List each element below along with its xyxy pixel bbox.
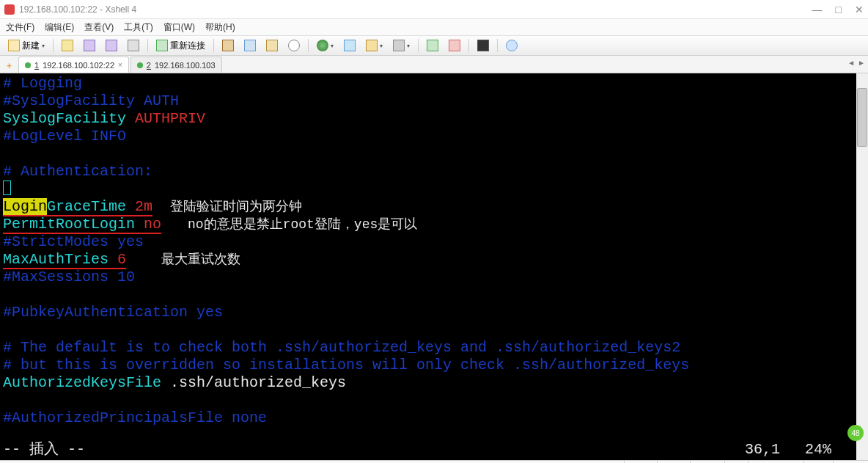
globe-icon xyxy=(317,40,328,51)
separator xyxy=(497,39,498,52)
print-button[interactable] xyxy=(124,37,143,54)
print-icon xyxy=(128,40,139,51)
chevron-down-icon: ▾ xyxy=(42,43,45,49)
grid-icon xyxy=(427,40,438,51)
menu-edit[interactable]: 编辑(E) xyxy=(45,21,74,34)
new-label: 新建 xyxy=(22,40,40,52)
font-icon xyxy=(393,40,405,51)
tab-label: 192.168.100.103 xyxy=(155,61,216,70)
term-line: LoginGraceTime 2m 登陆验证时间为两分钟 xyxy=(3,198,865,216)
copy-button[interactable] xyxy=(240,37,260,54)
titlebar: 192.168.100.102:22 - Xshell 4 — □ ✕ xyxy=(0,0,868,19)
maximize-button[interactable]: □ xyxy=(836,4,842,15)
reconnect-label: 重新连接 xyxy=(170,40,205,52)
scrollbar[interactable] xyxy=(856,73,868,460)
status-dot-icon xyxy=(137,62,143,68)
chevron-down-icon: ▾ xyxy=(331,43,334,49)
menu-help[interactable]: 帮助(H) xyxy=(205,21,235,34)
menu-view[interactable]: 查看(V) xyxy=(84,21,114,34)
term-line: #PubkeyAuthentication yes xyxy=(3,304,865,321)
font-button[interactable]: ▾ xyxy=(389,37,413,54)
term-line: AuthorizedKeysFile .ssh/authorized_keys xyxy=(3,374,865,392)
menu-file[interactable]: 文件(F) xyxy=(6,21,34,34)
term-line: #StrictModes yes xyxy=(3,233,865,251)
term-line: #LogLevel INFO xyxy=(3,128,865,145)
grid2-icon xyxy=(449,40,460,51)
tab-1[interactable]: 1 192.168.100.102:22 × xyxy=(18,56,129,73)
term-line: # Authentication: xyxy=(3,163,865,181)
scrollbar-thumb[interactable] xyxy=(857,88,867,147)
help-button[interactable] xyxy=(502,37,521,54)
separator xyxy=(468,39,469,52)
new-icon xyxy=(8,40,20,51)
tab-2[interactable]: 2 192.168.100.103 xyxy=(130,56,222,73)
term-line xyxy=(3,181,865,198)
tile-button[interactable] xyxy=(423,37,442,54)
reconnect-button[interactable]: 重新连接 xyxy=(152,37,209,54)
toolbar: 新建▾ 重新连接 ▾ ▾ ▾ xyxy=(0,35,868,56)
term-line: PermitRootLogin no no的意思是禁止root登陆，yes是可以 xyxy=(3,216,865,233)
key-button[interactable]: ▾ xyxy=(362,37,386,54)
menu-window[interactable]: 窗口(W) xyxy=(163,21,195,34)
open-button[interactable] xyxy=(58,37,77,54)
web-button[interactable]: ▾ xyxy=(313,37,337,54)
copy-icon xyxy=(244,40,256,51)
close-button[interactable]: ✕ xyxy=(855,4,864,15)
term-line xyxy=(3,286,865,304)
saveas-button[interactable] xyxy=(102,37,121,54)
terminal-button[interactable] xyxy=(474,37,493,54)
new-button[interactable]: 新建▾ xyxy=(4,37,48,54)
plus-icon: + xyxy=(7,61,12,71)
tab-close-button[interactable]: × xyxy=(118,61,122,69)
term-line: #SyslogFacility AUTH xyxy=(3,92,865,110)
scroll-right-button[interactable]: ► xyxy=(858,59,865,67)
separator xyxy=(53,39,54,52)
chevron-down-icon: ▾ xyxy=(380,43,383,49)
term-line: # The default is to check both .ssh/auth… xyxy=(3,339,865,357)
monitor-button[interactable] xyxy=(340,37,359,54)
find-button[interactable] xyxy=(284,37,304,54)
notification-badge[interactable]: 48 xyxy=(847,425,864,441)
minimize-button[interactable]: — xyxy=(812,4,823,15)
menu-tools[interactable]: 工具(T) xyxy=(124,21,152,34)
tab-label: 192.168.100.102:22 xyxy=(43,61,114,70)
chevron-down-icon: ▾ xyxy=(407,43,410,49)
save-button[interactable] xyxy=(80,37,99,54)
saveas-icon xyxy=(106,40,117,51)
help-icon xyxy=(506,40,518,51)
tab-scroll: ◄ ► xyxy=(847,59,865,67)
cut-button[interactable] xyxy=(218,37,238,54)
find-icon xyxy=(288,40,300,51)
paste-icon xyxy=(266,40,278,51)
add-tab-button[interactable]: + xyxy=(3,59,15,73)
term-line: #AuthorizedPrincipalsFile none xyxy=(3,409,865,427)
window-title: 192.168.100.102:22 - Xshell 4 xyxy=(19,4,812,15)
tile2-button[interactable] xyxy=(445,37,464,54)
cut-icon xyxy=(222,40,234,51)
separator xyxy=(418,39,419,52)
terminal[interactable]: # Logging #SyslogFacility AUTH SyslogFac… xyxy=(0,73,868,460)
monitor-icon xyxy=(344,40,356,51)
status-dot-icon xyxy=(25,62,31,68)
window-controls: — □ ✕ xyxy=(812,4,864,15)
term-line: #MaxSessions 10 xyxy=(3,269,865,286)
term-line: MaxAuthTries 6 最大重试次数 xyxy=(3,251,865,269)
vim-percent: 24% xyxy=(780,441,853,459)
term-line xyxy=(3,321,865,339)
term-line: SyslogFacility AUTHPRIV xyxy=(3,110,865,128)
app-icon xyxy=(4,4,15,15)
term-line xyxy=(3,392,865,409)
statusbar: 已连接 192.168.100.102:22。 SSH2 xterm 95x21… xyxy=(0,460,868,463)
terminal-icon xyxy=(477,40,489,51)
scroll-left-button[interactable]: ◄ xyxy=(847,59,855,67)
menubar: 文件(F) 编辑(E) 查看(V) 工具(T) 窗口(W) 帮助(H) xyxy=(0,19,868,35)
paste-button[interactable] xyxy=(262,37,282,54)
cursor xyxy=(3,181,11,195)
term-line: # but this is overridden so installation… xyxy=(3,357,865,374)
save-icon xyxy=(84,40,95,51)
reconnect-icon xyxy=(156,40,168,51)
key-icon xyxy=(366,40,378,51)
tab-index: 1 xyxy=(34,61,39,70)
term-line xyxy=(3,145,865,163)
term-line: # Logging xyxy=(3,75,865,92)
